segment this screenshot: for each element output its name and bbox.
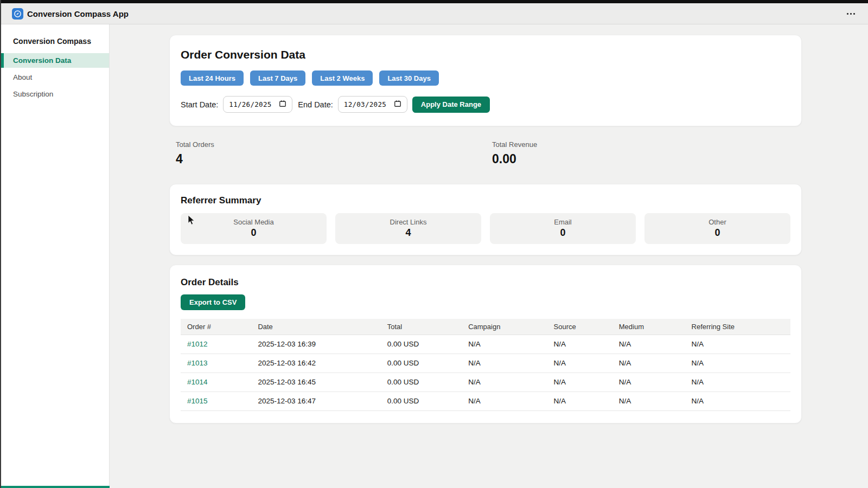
table-row: #1014 2025-12-03 16:45 0.00 USD N/A N/A … bbox=[181, 373, 790, 391]
app-title: Conversion Compass App bbox=[27, 9, 129, 18]
calendar-icon[interactable] bbox=[394, 100, 401, 110]
col-header-medium: Medium bbox=[612, 319, 685, 335]
order-referring-site: N/A bbox=[685, 391, 790, 410]
order-date: 2025-12-03 16:39 bbox=[251, 335, 380, 354]
referrer-box-email: Email 0 bbox=[490, 213, 636, 244]
order-medium: N/A bbox=[612, 391, 685, 410]
date-range-presets: Last 24 Hours Last 7 Days Last 2 Weeks L… bbox=[181, 70, 790, 86]
start-date-input[interactable]: 11/26/2025 bbox=[223, 96, 292, 113]
referrer-summary-card: Referrer Summary Social Media 0 Direct L… bbox=[169, 184, 802, 255]
referrer-summary-title: Referrer Summary bbox=[181, 195, 790, 206]
sidebar-item-conversion-data[interactable]: Conversion Data bbox=[1, 53, 109, 68]
referrer-label: Other bbox=[644, 218, 790, 226]
order-date: 2025-12-03 16:45 bbox=[251, 373, 380, 391]
order-referring-site: N/A bbox=[685, 354, 790, 373]
sidebar: Conversion Compass Conversion Data About… bbox=[1, 24, 110, 488]
overflow-menu-icon[interactable] bbox=[846, 10, 856, 18]
sidebar-item-about[interactable]: About bbox=[1, 70, 109, 85]
referrer-value: 0 bbox=[181, 227, 327, 239]
last-7-days-button[interactable]: Last 7 Days bbox=[250, 70, 305, 86]
orders-table: Order # Date Total Campaign Source Mediu… bbox=[181, 319, 790, 411]
order-details-title: Order Details bbox=[181, 277, 790, 288]
page-title: Order Conversion Data bbox=[181, 48, 790, 61]
end-date-label: End Date: bbox=[298, 100, 333, 109]
col-header-total: Total bbox=[381, 319, 462, 335]
apply-date-range-button[interactable]: Apply Date Range bbox=[412, 97, 490, 113]
referrer-box-social-media: Social Media 0 bbox=[181, 213, 327, 244]
referrer-label: Email bbox=[490, 218, 636, 226]
main-area: Order Conversion Data Last 24 Hours Last… bbox=[110, 24, 868, 488]
window-top-strip bbox=[0, 0, 868, 3]
sidebar-bottom-strip bbox=[0, 486, 110, 488]
table-row: #1012 2025-12-03 16:39 0.00 USD N/A N/A … bbox=[181, 335, 790, 354]
end-date-input[interactable]: 12/03/2025 bbox=[338, 96, 407, 113]
order-referring-site: N/A bbox=[685, 373, 790, 391]
order-link-1015[interactable]: #1015 bbox=[187, 397, 208, 405]
order-total: 0.00 USD bbox=[381, 373, 462, 391]
order-referring-site: N/A bbox=[685, 335, 790, 354]
last-24-hours-button[interactable]: Last 24 Hours bbox=[181, 70, 244, 86]
order-total: 0.00 USD bbox=[381, 354, 462, 373]
order-campaign: N/A bbox=[462, 354, 547, 373]
window-left-strip bbox=[0, 0, 1, 488]
referrer-value: 0 bbox=[490, 227, 636, 239]
last-2-weeks-button[interactable]: Last 2 Weeks bbox=[312, 70, 373, 86]
order-source: N/A bbox=[547, 335, 612, 354]
col-header-referring-site: Referring Site bbox=[685, 319, 790, 335]
table-header-row: Order # Date Total Campaign Source Mediu… bbox=[181, 319, 790, 335]
app-topbar: Conversion Compass App bbox=[0, 3, 868, 24]
order-campaign: N/A bbox=[462, 373, 547, 391]
total-revenue-value: 0.00 bbox=[492, 152, 802, 166]
app-logo-icon bbox=[12, 8, 23, 20]
referrer-box-other: Other 0 bbox=[644, 213, 790, 244]
custom-date-range-row: Start Date: 11/26/2025 End Date: 12/03/2… bbox=[181, 96, 790, 113]
order-source: N/A bbox=[547, 373, 612, 391]
calendar-icon[interactable] bbox=[279, 100, 286, 110]
table-row: #1015 2025-12-03 16:47 0.00 USD N/A N/A … bbox=[181, 391, 790, 410]
referrer-value: 4 bbox=[335, 227, 481, 239]
order-date: 2025-12-03 16:47 bbox=[251, 391, 380, 410]
referrer-box-direct-links: Direct Links 4 bbox=[335, 213, 481, 244]
summary-stats: Total Orders 4 Total Revenue 0.00 bbox=[169, 140, 802, 166]
order-total: 0.00 USD bbox=[381, 335, 462, 354]
order-details-card: Order Details Export to CSV Order # Date… bbox=[169, 265, 802, 423]
col-header-source: Source bbox=[547, 319, 612, 335]
conversion-data-card: Order Conversion Data Last 24 Hours Last… bbox=[169, 35, 802, 126]
total-revenue-stat: Total Revenue 0.00 bbox=[486, 140, 802, 166]
order-total: 0.00 USD bbox=[381, 391, 462, 410]
order-campaign: N/A bbox=[462, 335, 547, 354]
order-medium: N/A bbox=[612, 354, 685, 373]
order-source: N/A bbox=[547, 354, 612, 373]
start-date-label: Start Date: bbox=[181, 100, 218, 109]
table-row: #1013 2025-12-03 16:42 0.00 USD N/A N/A … bbox=[181, 354, 790, 373]
col-header-order: Order # bbox=[181, 319, 251, 335]
total-revenue-label: Total Revenue bbox=[492, 140, 802, 149]
export-to-csv-button[interactable]: Export to CSV bbox=[181, 294, 245, 310]
referrer-value: 0 bbox=[644, 227, 790, 239]
order-medium: N/A bbox=[612, 335, 685, 354]
order-date: 2025-12-03 16:42 bbox=[251, 354, 380, 373]
order-source: N/A bbox=[547, 391, 612, 410]
order-medium: N/A bbox=[612, 373, 685, 391]
referrer-label: Social Media bbox=[181, 218, 327, 226]
order-link-1012[interactable]: #1012 bbox=[187, 340, 208, 348]
order-link-1014[interactable]: #1014 bbox=[187, 378, 208, 386]
start-date-value: 11/26/2025 bbox=[229, 100, 279, 108]
sidebar-heading: Conversion Compass bbox=[1, 24, 109, 53]
order-link-1013[interactable]: #1013 bbox=[187, 359, 208, 367]
end-date-value: 12/03/2025 bbox=[344, 100, 394, 108]
total-orders-stat: Total Orders 4 bbox=[169, 140, 486, 166]
sidebar-item-subscription[interactable]: Subscription bbox=[1, 87, 109, 101]
referrer-label: Direct Links bbox=[335, 218, 481, 226]
col-header-date: Date bbox=[251, 319, 380, 335]
last-30-days-button[interactable]: Last 30 Days bbox=[379, 70, 439, 86]
order-campaign: N/A bbox=[462, 391, 547, 410]
referrer-boxes: Social Media 0 Direct Links 4 Email 0 Ot… bbox=[181, 213, 790, 244]
total-orders-label: Total Orders bbox=[176, 140, 486, 149]
total-orders-value: 4 bbox=[176, 152, 486, 166]
col-header-campaign: Campaign bbox=[462, 319, 547, 335]
